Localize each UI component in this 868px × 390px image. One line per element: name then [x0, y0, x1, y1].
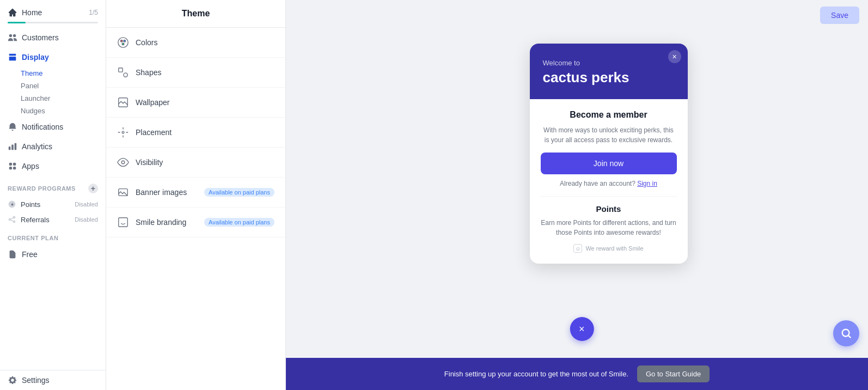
widget-card: × Welcome to cactus perks Become a membe…: [530, 44, 688, 264]
sign-in-link[interactable]: Sign in: [637, 180, 657, 187]
widget-body: Become a member With more ways to unlock…: [530, 99, 688, 264]
svg-point-2: [118, 38, 128, 47]
colors-icon: [117, 36, 129, 48]
svg-point-4: [124, 40, 126, 42]
notifications-icon: [8, 122, 17, 132]
points-title: Points: [541, 204, 677, 214]
widget-close-button[interactable]: ×: [668, 50, 681, 63]
settings-item[interactable]: Settings: [0, 370, 106, 390]
search-icon: [840, 327, 852, 339]
menu-item-shapes[interactable]: Shapes: [106, 58, 285, 88]
apps-label: Apps: [22, 162, 39, 170]
plan-icon: [8, 249, 17, 259]
svg-point-9: [122, 131, 124, 133]
banner-images-icon: [117, 186, 129, 198]
menu-item-wallpaper[interactable]: Wallpaper: [106, 88, 285, 118]
widget-welcome-to: Welcome to: [543, 59, 675, 67]
become-member-section: Become a member With more ways to unlock…: [541, 110, 677, 197]
svg-point-10: [121, 161, 125, 164]
float-close-button[interactable]: ×: [570, 317, 594, 341]
widget-header: × Welcome to cactus perks: [530, 44, 688, 99]
middle-panel: Theme Colors Shapes Wallpaper Placement …: [106, 0, 286, 390]
search-fab-button[interactable]: [833, 320, 859, 346]
referrals-reward-item[interactable]: Referrals Disabled: [0, 212, 106, 227]
customers-label: Customers: [22, 33, 59, 42]
plan-item[interactable]: Free: [0, 245, 106, 264]
plan-name: Free: [22, 250, 38, 259]
analytics-icon: [8, 142, 17, 151]
become-member-title: Become a member: [541, 110, 677, 120]
referrals-icon: [8, 215, 16, 224]
menu-banner-label: Banner images: [136, 188, 187, 197]
banner-message: Finish setting up your account to get th…: [444, 370, 628, 378]
sidebar-bottom: Settings: [0, 370, 106, 390]
svg-point-15: [842, 330, 849, 337]
smile-badge-text: We reward with Smile: [585, 245, 643, 252]
shapes-icon: [117, 66, 129, 78]
display-label: Display: [22, 53, 49, 62]
menu-shapes-label: Shapes: [136, 68, 161, 77]
points-body: Earn more Points for different actions, …: [541, 218, 677, 237]
current-plan-section: Current Plan: [0, 227, 106, 245]
subnav-panel[interactable]: Panel: [21, 80, 106, 92]
points-label: Points: [21, 200, 40, 209]
top-bar: Save: [286, 0, 868, 31]
points-reward-item[interactable]: ★ Points Disabled: [0, 197, 106, 212]
subnav-nudges[interactable]: Nudges: [21, 105, 106, 117]
add-reward-button[interactable]: +: [88, 184, 98, 193]
analytics-label: Analytics: [22, 142, 52, 151]
points-section: Points Earn more Points for different ac…: [541, 197, 677, 253]
banner-badge: Available on paid plans: [204, 188, 274, 197]
notifications-label: Notifications: [22, 123, 63, 131]
subnav-launcher[interactable]: Launcher: [21, 92, 106, 105]
sign-in-text: Already have an account? Sign in: [541, 180, 677, 187]
points-status: Disabled: [75, 201, 98, 208]
menu-item-colors[interactable]: Colors: [106, 28, 285, 58]
subnav-theme[interactable]: Theme: [21, 67, 106, 80]
panel-title: Theme: [106, 0, 285, 28]
svg-line-16: [848, 336, 851, 338]
menu-wallpaper-label: Wallpaper: [136, 98, 170, 107]
smile-badge-label: Available on paid plans: [204, 218, 274, 227]
points-icon: ★: [8, 200, 16, 209]
sidebar-nav-item-analytics[interactable]: Analytics: [0, 137, 106, 156]
join-now-button[interactable]: Join now: [541, 153, 677, 174]
settings-label: Settings: [22, 376, 50, 385]
main-area: Save × Welcome to cactus perks Become a …: [286, 0, 868, 390]
sidebar-nav-item-customers[interactable]: Customers: [0, 28, 106, 47]
svg-point-7: [124, 73, 127, 77]
menu-item-visibility[interactable]: Visibility: [106, 148, 285, 178]
referrals-label: Referrals: [21, 216, 50, 224]
save-button[interactable]: Save: [820, 7, 859, 24]
start-guide-button[interactable]: Go to Start Guide: [637, 365, 710, 382]
menu-item-smile-branding[interactable]: Smile branding Available on paid plans: [106, 208, 285, 237]
sidebar-nav-item-apps[interactable]: Apps: [0, 156, 106, 176]
svg-point-5: [122, 43, 124, 45]
bottom-banner: Finish setting up your account to get th…: [286, 358, 868, 390]
customers-icon: [8, 33, 17, 42]
menu-item-banner-images[interactable]: Banner images Available on paid plans: [106, 178, 285, 208]
sidebar-home-item[interactable]: Home 1/5: [0, 0, 106, 20]
svg-point-3: [120, 40, 123, 42]
sidebar-nav-item-notifications[interactable]: Notifications: [0, 117, 106, 137]
menu-smile-label: Smile branding: [136, 218, 186, 227]
referrals-status: Disabled: [75, 216, 98, 223]
menu-colors-label: Colors: [136, 38, 157, 47]
sidebar-nav-item-display[interactable]: Display: [0, 47, 106, 67]
widget-preview: × Welcome to cactus perks Become a membe…: [530, 44, 688, 264]
home-progress-fill: [8, 22, 26, 23]
svg-rect-6: [119, 68, 123, 72]
menu-item-placement[interactable]: Placement: [106, 118, 285, 148]
settings-icon: [8, 375, 17, 385]
wallpaper-icon: [117, 96, 129, 108]
smile-icon: ☺: [573, 244, 582, 253]
reward-programs-section: Reward Programs +: [0, 176, 106, 197]
home-progress-bar: [8, 22, 98, 23]
smile-reward-badge: ☺ We reward with Smile: [541, 244, 677, 253]
menu-placement-label: Placement: [136, 128, 172, 137]
placement-icon: [117, 126, 129, 138]
menu-visibility-label: Visibility: [136, 158, 163, 167]
smile-branding-icon: [117, 216, 129, 228]
apps-icon: [8, 161, 17, 171]
home-label: Home: [22, 8, 42, 17]
